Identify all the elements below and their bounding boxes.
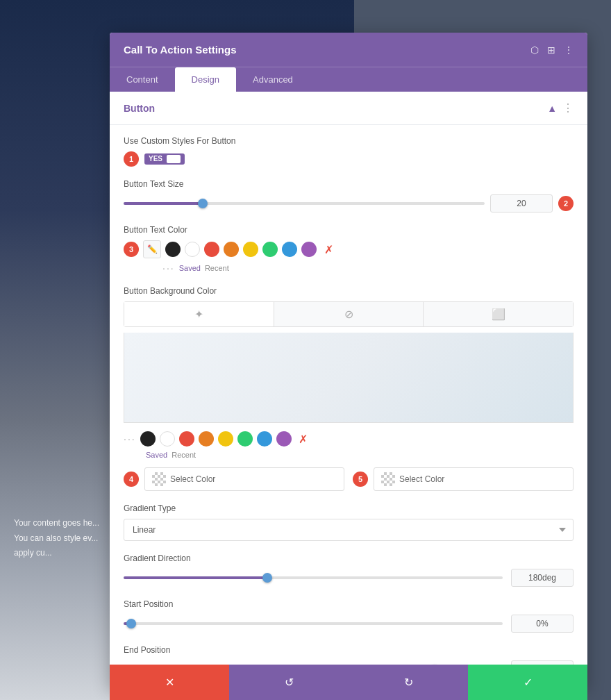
gradient-direction-label: Gradient Direction [124, 553, 574, 563]
bg-tab-solid[interactable]: ✦ [124, 302, 274, 326]
bg-recent-label[interactable]: Recent [171, 451, 196, 459]
recent-label[interactable]: Recent [205, 264, 229, 272]
color-dot-red[interactable] [204, 242, 219, 257]
section-title: Button [124, 103, 155, 114]
color-dot-green[interactable] [262, 242, 278, 257]
start-position-thumb[interactable] [126, 619, 136, 628]
color-dot-orange[interactable] [224, 242, 239, 257]
bg-tab-gradient[interactable]: ⊘ [274, 302, 424, 326]
color1-select-btn[interactable]: Select Color [144, 467, 344, 491]
bg-color-dot-green[interactable] [237, 431, 253, 447]
bg-color-dot-purple[interactable] [276, 431, 292, 447]
color-reset-icon[interactable]: ✗ [321, 242, 336, 257]
bg-color-dot-orange[interactable] [199, 431, 214, 447]
tab-content[interactable]: Content [110, 67, 175, 92]
text-color-row: 3 ✏️ ✗ [124, 240, 574, 258]
section-content: Use Custom Styles For Button 1 YES Butto… [110, 125, 587, 689]
color-labels-row: ··· Saved Recent [124, 262, 574, 274]
text-size-slider-container [124, 202, 485, 205]
text-size-track [124, 202, 485, 205]
section-more-icon[interactable]: ⋮ [562, 101, 574, 115]
bg-saved-label[interactable]: Saved [146, 451, 167, 459]
gradient-direction-thumb[interactable] [262, 573, 272, 583]
color2-select-btn[interactable]: Select Color [374, 467, 574, 491]
gradient-direction-row [124, 569, 574, 587]
tab-advanced[interactable]: Advanced [236, 67, 310, 92]
panel-body: Button ▲ ⋮ Use Custom Styles For Button … [110, 92, 587, 689]
more-icon[interactable]: ⋮ [564, 44, 574, 56]
color-picker-btn[interactable]: ✏️ [143, 240, 161, 258]
text-size-input[interactable] [490, 194, 553, 212]
color-dot-blue[interactable] [282, 242, 297, 257]
saved-label[interactable]: Saved [179, 264, 201, 272]
bg-color-tabs: ✦ ⊘ ⬜ [124, 301, 574, 327]
bg-color-label: Button Background Color [124, 286, 574, 296]
start-position-slider [124, 622, 503, 625]
header-icons: ⬡ ⊞ ⋮ [530, 44, 574, 56]
bg-color-more[interactable]: ··· [124, 433, 136, 444]
gradient-direction-fill [124, 576, 267, 579]
text-size-label: Button Text Size [124, 179, 574, 189]
gradient-type-select[interactable]: Linear [124, 519, 574, 541]
custom-styles-field: Use Custom Styles For Button 1 YES [124, 136, 574, 167]
color1-label: Select Color [170, 474, 215, 484]
bg-color-dot-red[interactable] [179, 431, 194, 447]
panel-tabs: Content Design Advanced [110, 67, 587, 92]
gradient-direction-slider [124, 576, 503, 579]
gradient-direction-field: Gradient Direction [124, 553, 574, 587]
collapse-icon[interactable]: ▲ [547, 103, 557, 114]
bg-tab-image[interactable]: ⬜ [424, 302, 573, 326]
bg-color-reset-icon[interactable]: ✗ [296, 431, 311, 447]
bg-color-labels: Saved Recent [124, 451, 574, 459]
section-header: Button ▲ ⋮ [110, 92, 587, 125]
cancel-button[interactable]: ✕ [110, 665, 229, 700]
color-more-dots[interactable]: ··· [162, 262, 175, 274]
bg-color-dot-yellow[interactable] [218, 431, 233, 447]
gradient-type-label: Gradient Type [124, 503, 574, 513]
redo-button[interactable]: ↻ [349, 665, 468, 700]
color-dot-white[interactable] [185, 242, 200, 257]
toggle-switch[interactable]: YES [144, 153, 185, 165]
toggle-row: 1 YES [124, 151, 574, 167]
settings-panel: Call To Action Settings ⬡ ⊞ ⋮ Content De… [110, 33, 587, 689]
bg-color-dot-black[interactable] [140, 431, 156, 447]
bottom-toolbar: ✕ ↺ ↻ ✓ [110, 665, 587, 700]
text-size-field: Button Text Size 2 [124, 179, 574, 212]
solid-icon: ✦ [194, 308, 203, 321]
step-badge-2: 2 [558, 196, 574, 211]
background-text: Your content goes he... You can also sty… [14, 516, 99, 561]
toggle-handle [167, 155, 181, 163]
text-size-row: 2 [124, 194, 574, 212]
bg-color-dot-white[interactable] [160, 431, 175, 447]
image-icon: ⬜ [492, 308, 505, 321]
reset-button[interactable]: ↺ [229, 665, 349, 700]
gradient-icon: ⊘ [344, 308, 353, 321]
save-button[interactable]: ✓ [468, 665, 587, 700]
start-position-input[interactable] [511, 615, 574, 633]
color-dot-yellow[interactable] [243, 242, 258, 257]
start-position-field: Start Position [124, 599, 574, 633]
color-dot-black[interactable] [165, 242, 181, 257]
text-size-fill [124, 202, 203, 205]
bg-color-dots-row: ··· ✗ [124, 431, 574, 447]
step-badge-5: 5 [353, 472, 368, 487]
start-position-track [124, 622, 503, 625]
custom-styles-label: Use Custom Styles For Button [124, 136, 574, 146]
panel-header: Call To Action Settings ⬡ ⊞ ⋮ [110, 33, 587, 67]
step-badge-1: 1 [124, 151, 139, 167]
gradient-direction-input[interactable] [511, 569, 574, 587]
gradient-type-field: Gradient Type Linear [124, 503, 574, 541]
text-size-thumb[interactable] [198, 199, 208, 208]
color-dot-purple[interactable] [301, 242, 317, 257]
resize-icon[interactable]: ⬡ [530, 44, 539, 56]
end-position-label: End Position [124, 645, 574, 655]
start-position-row [124, 615, 574, 633]
tab-design[interactable]: Design [175, 67, 236, 92]
panel-title: Call To Action Settings [124, 44, 237, 56]
gradient-direction-track [124, 576, 503, 579]
color-select-row: 4 Select Color 5 Select Color [124, 467, 574, 491]
step-badge-3: 3 [124, 242, 139, 257]
start-position-label: Start Position [124, 599, 574, 609]
columns-icon[interactable]: ⊞ [547, 44, 555, 56]
bg-color-dot-blue[interactable] [257, 431, 272, 447]
